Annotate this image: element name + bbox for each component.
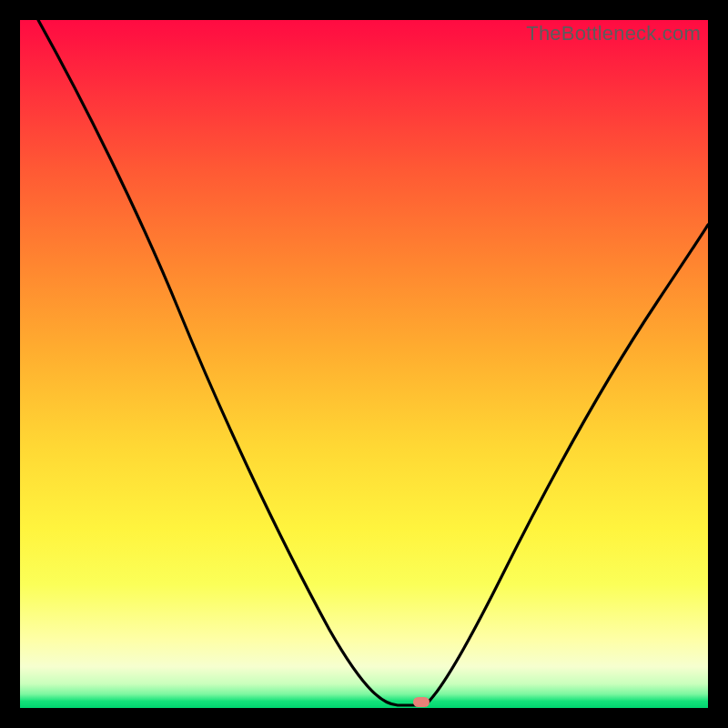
curve-path [38, 20, 708, 705]
optimum-marker [413, 697, 430, 707]
chart-frame: TheBottleneck.com [0, 0, 728, 728]
bottleneck-curve [20, 20, 708, 708]
plot-area: TheBottleneck.com [20, 20, 708, 708]
